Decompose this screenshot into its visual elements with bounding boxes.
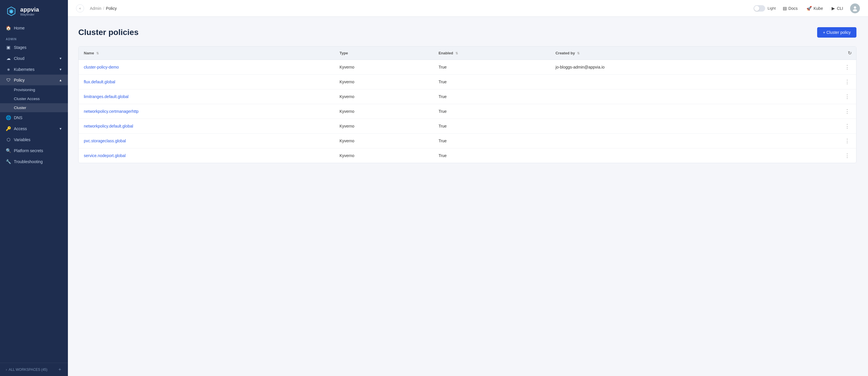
cell-type: Kyverno — [334, 89, 433, 104]
cell-enabled: True — [433, 89, 551, 104]
row-actions-button[interactable]: ⋮ — [843, 138, 851, 144]
sidebar-item-home-label: Home — [14, 26, 25, 30]
name-sort-icon[interactable]: ⇅ — [96, 52, 99, 55]
add-cluster-policy-button[interactable]: + Cluster policy — [817, 27, 857, 38]
sidebar-item-home[interactable]: 🏠 Home — [0, 23, 68, 33]
table-row: networkpolicy.default.globalKyvernoTrue⋮ — [79, 119, 856, 134]
breadcrumb-separator: / — [103, 6, 104, 11]
row-actions-button[interactable]: ⋮ — [843, 123, 851, 129]
cell-created-by — [550, 75, 783, 89]
sidebar-item-variables[interactable]: ⬡ Variables — [0, 134, 68, 145]
page-header: Cluster policies + Cluster policy — [78, 27, 857, 38]
col-name: Name ⇅ — [79, 47, 334, 60]
created-by-sort-icon[interactable]: ⇅ — [577, 52, 580, 55]
refresh-icon[interactable]: ↻ — [848, 51, 851, 56]
sidebar-item-kubernetes[interactable]: ⎈ Kubernetes ▼ — [0, 64, 68, 75]
sidebar-subitem-cluster-access[interactable]: Cluster Access — [0, 94, 68, 103]
sidebar-item-dns-label: DNS — [14, 115, 23, 120]
row-actions-button[interactable]: ⋮ — [843, 64, 851, 70]
row-actions-button[interactable]: ⋮ — [843, 93, 851, 100]
cell-actions: ⋮ — [784, 119, 856, 134]
cell-name: limitranges.default.global — [79, 89, 334, 104]
cell-actions: ⋮ — [784, 104, 856, 119]
policy-name-link[interactable]: networkpolicy.certmanagerhttp — [84, 109, 139, 114]
sidebar-item-access-label: Access — [14, 126, 27, 131]
sidebar-subitem-cluster-label: Cluster — [14, 106, 26, 110]
user-avatar[interactable] — [850, 3, 860, 13]
logo-text: appvia Wayfinder — [20, 6, 39, 16]
add-workspace-icon[interactable]: ＋ — [58, 367, 62, 373]
row-actions-button[interactable]: ⋮ — [843, 79, 851, 85]
sidebar-item-stages-label: Stages — [14, 45, 27, 50]
row-actions-button[interactable]: ⋮ — [843, 108, 851, 115]
sidebar-item-cloud-label: Cloud — [14, 56, 25, 61]
logo[interactable]: appvia Wayfinder — [0, 0, 68, 21]
cell-created-by — [550, 104, 783, 119]
sidebar-item-troubleshooting-label: Troubleshooting — [14, 160, 43, 164]
kubernetes-icon: ⎈ — [6, 67, 11, 72]
cell-name: networkpolicy.default.global — [79, 119, 334, 134]
theme-toggle[interactable] — [753, 5, 765, 11]
policy-icon: 🛡 — [6, 78, 11, 82]
cell-type: Kyverno — [334, 104, 433, 119]
sidebar-workspaces-footer[interactable]: › ALL WORKSPACES (45) ＋ — [0, 363, 68, 376]
page-title: Cluster policies — [78, 28, 139, 37]
main-area: ‹ Admin / Policy Light ▤ Docs 🚀 Kube ▶ — [68, 0, 868, 376]
sidebar-item-access[interactable]: 🔑 Access ▼ — [0, 123, 68, 134]
cli-button[interactable]: ▶ CLI — [830, 5, 845, 12]
cloud-arrow-icon: ▼ — [59, 57, 62, 60]
docs-button[interactable]: ▤ Docs — [781, 5, 800, 12]
dns-icon: 🌐 — [6, 115, 11, 120]
cell-enabled: True — [433, 104, 551, 119]
variables-icon: ⬡ — [6, 137, 11, 142]
policy-name-link[interactable]: networkpolicy.default.global — [84, 124, 133, 128]
cell-created-by — [550, 134, 783, 148]
cell-actions: ⋮ — [784, 148, 856, 163]
policy-name-link[interactable]: service.nodeport.global — [84, 153, 126, 158]
theme-toggle-wrap[interactable]: Light — [753, 5, 776, 11]
avatar-icon — [852, 5, 858, 11]
cell-enabled: True — [433, 134, 551, 148]
cell-enabled: True — [433, 119, 551, 134]
kube-button[interactable]: 🚀 Kube — [805, 5, 825, 12]
cell-name: flux.default.global — [79, 75, 334, 89]
policy-name-link[interactable]: cluster-policy-demo — [84, 65, 119, 69]
access-icon: 🔑 — [6, 126, 11, 131]
cell-actions: ⋮ — [784, 75, 856, 89]
sidebar-item-dns[interactable]: 🌐 DNS — [0, 112, 68, 123]
policy-name-link[interactable]: flux.default.global — [84, 80, 115, 84]
cell-name: cluster-policy-demo — [79, 60, 334, 75]
kubernetes-arrow-icon: ▼ — [59, 68, 62, 71]
sidebar-item-cloud[interactable]: ☁ Cloud ▼ — [0, 53, 68, 64]
svg-point-4 — [854, 6, 856, 9]
cell-actions: ⋮ — [784, 89, 856, 104]
sidebar-item-policy[interactable]: 🛡 Policy ▲ — [0, 75, 68, 85]
cli-icon: ▶ — [832, 6, 835, 11]
sidebar-item-troubleshooting[interactable]: 🔧 Troubleshooting — [0, 156, 68, 167]
table-row: cluster-policy-demoKyvernoTruejo-bloggs-… — [79, 60, 856, 75]
cell-name: pvc.storageclass.global — [79, 134, 334, 148]
cell-actions: ⋮ — [784, 134, 856, 148]
table-row: limitranges.default.globalKyvernoTrue⋮ — [79, 89, 856, 104]
app-sub: Wayfinder — [20, 13, 39, 16]
sidebar-collapse-button[interactable]: ‹ — [76, 4, 84, 12]
policy-arrow-icon: ▲ — [59, 78, 62, 82]
row-actions-button[interactable]: ⋮ — [843, 152, 851, 159]
cell-created-by — [550, 119, 783, 134]
sidebar-admin-section: ADMIN — [0, 33, 68, 42]
sidebar-subitem-cluster[interactable]: Cluster — [0, 103, 68, 112]
cell-name: networkpolicy.certmanagerhttp — [79, 104, 334, 119]
sidebar-subitem-provisioning[interactable]: Provisioning — [0, 85, 68, 94]
policy-name-link[interactable]: pvc.storageclass.global — [84, 139, 126, 143]
policy-name-link[interactable]: limitranges.default.global — [84, 94, 129, 99]
home-icon: 🏠 — [6, 25, 11, 31]
sidebar-item-platform-secrets[interactable]: 🔍 Platform secrets — [0, 145, 68, 156]
cell-type: Kyverno — [334, 148, 433, 163]
sidebar-item-stages[interactable]: ▣ Stages — [0, 42, 68, 53]
col-type: Type — [334, 47, 433, 60]
enabled-sort-icon[interactable]: ⇅ — [455, 52, 458, 55]
sidebar-subitem-cluster-access-label: Cluster Access — [14, 96, 39, 101]
col-refresh: ↻ — [784, 47, 856, 60]
cell-name: service.nodeport.global — [79, 148, 334, 163]
platform-secrets-icon: 🔍 — [6, 148, 11, 153]
